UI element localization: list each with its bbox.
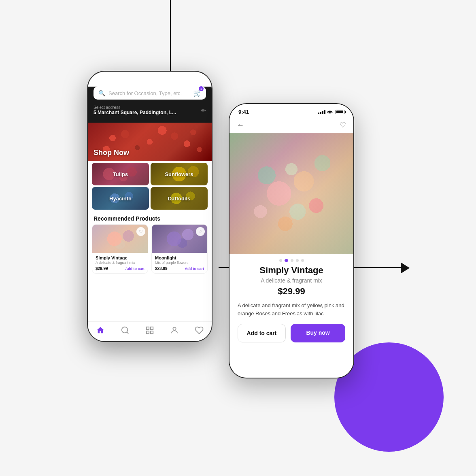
product-footer-moonlight: $23.99 Add to cart xyxy=(155,266,204,271)
wifi-icon-2 xyxy=(327,110,333,114)
signal-icon-2 xyxy=(318,110,325,114)
svg-rect-4 xyxy=(147,331,149,334)
product-card-simply-vintage[interactable]: ♡ Simply Vintage A delicate & fragrant m… xyxy=(92,224,148,274)
nav-favorites-button[interactable] xyxy=(195,326,204,335)
address-value[interactable]: 5 Marchant Square, Paddington, L... xyxy=(94,110,176,115)
category-daffodils[interactable]: Daffodils xyxy=(151,187,208,210)
phone1-header: 🔍 Search for Occasion, Type, etc. 🛒 1 Se… xyxy=(88,87,212,123)
phone1-status-bar: 9:41 ▾ xyxy=(88,72,212,85)
cart-badge: 1 xyxy=(199,86,204,91)
buy-now-button[interactable]: Buy now xyxy=(291,324,345,342)
product-footer-simply-vintage: $29.99 Add to cart xyxy=(96,266,144,271)
shop-now-button[interactable]: Shop Now xyxy=(94,149,129,157)
product-desc-moonlight: Mix of purple flowers xyxy=(155,261,204,265)
dot-5[interactable] xyxy=(301,259,304,262)
product-price-simply-vintage: $29.99 xyxy=(96,266,108,271)
product-card-moonlight[interactable]: ♡ Moonlight Mix of purple flowers $23.99… xyxy=(151,224,208,274)
search-icon: 🔍 xyxy=(98,90,105,96)
product-img-simply-vintage: ♡ xyxy=(92,225,148,253)
dot-1[interactable] xyxy=(279,259,282,262)
edit-icon[interactable]: ✏ xyxy=(201,107,206,114)
hero-banner[interactable]: Shop Now xyxy=(88,123,212,161)
nav-profile-button[interactable] xyxy=(170,326,179,335)
phone2: 9:41 ← ♡ xyxy=(229,103,354,378)
nav-home-button[interactable] xyxy=(96,326,105,335)
action-buttons: Add to cart Buy now xyxy=(230,324,353,342)
category-sunflowers-label: Sunflowers xyxy=(165,171,193,177)
favorite-moonlight-button[interactable]: ♡ xyxy=(196,227,205,236)
phone2-status-icons xyxy=(318,110,344,114)
svg-point-0 xyxy=(122,327,128,333)
product-desc-simply-vintage: A delicate & fragrant mix xyxy=(96,261,144,265)
svg-rect-2 xyxy=(147,327,149,329)
phone2-topbar: ← ♡ xyxy=(230,117,353,133)
phone2-status-bar: 9:41 xyxy=(230,104,353,117)
svg-line-1 xyxy=(127,332,128,334)
nav-grid-button[interactable] xyxy=(145,326,154,335)
category-daffodils-label: Daffodils xyxy=(168,196,191,202)
category-sunflowers[interactable]: Sunflowers xyxy=(151,163,208,185)
svg-rect-5 xyxy=(151,331,153,334)
product-detail-name: Simply Vintage xyxy=(238,265,345,276)
dot-2[interactable] xyxy=(285,259,288,262)
product-price-moonlight: $23.99 xyxy=(155,266,168,271)
svg-rect-3 xyxy=(151,327,153,329)
product-info-simply-vintage: Simply Vintage A delicate & fragrant mix… xyxy=(92,253,148,273)
battery-icon-2 xyxy=(336,110,344,114)
category-tulips[interactable]: Tulips xyxy=(92,163,149,185)
search-bar[interactable]: 🔍 Search for Occasion, Type, etc. 🛒 1 xyxy=(94,87,206,100)
signal-icon xyxy=(180,78,187,82)
phone1-time: 9:41 xyxy=(97,76,107,83)
svg-point-6 xyxy=(173,327,176,330)
address-bar: Select address 5 Marchant Square, Paddin… xyxy=(88,104,212,119)
dot-4[interactable] xyxy=(296,259,299,262)
dot-3[interactable] xyxy=(291,259,293,262)
add-cart-simply-vintage-button[interactable]: Add to cart xyxy=(125,267,144,271)
product-hero-image xyxy=(230,133,353,254)
search-input[interactable]: Search for Occasion, Type, etc. xyxy=(108,90,201,96)
product-img-moonlight: ♡ xyxy=(152,225,207,253)
section-title-recommended: Recommended Products xyxy=(88,211,212,224)
favorite-simply-vintage-button[interactable]: ♡ xyxy=(136,227,145,236)
phone2-time: 9:41 xyxy=(238,109,249,115)
address-label: Select address xyxy=(94,105,176,110)
battery-icon xyxy=(194,77,203,82)
product-name-simply-vintage: Simply Vintage xyxy=(96,255,144,260)
phone1-nav xyxy=(88,321,212,341)
phone1: 9:41 ▾ 🔍 Search for Occasion, Type, etc. xyxy=(87,71,212,342)
line-vertical xyxy=(170,0,171,77)
product-info-moonlight: Moonlight Mix of purple flowers $23.99 A… xyxy=(152,253,207,273)
category-tulips-label: Tulips xyxy=(113,171,128,177)
product-detail: Simply Vintage A delicate & fragrant mix… xyxy=(230,265,353,317)
add-cart-moonlight-button[interactable]: Add to cart xyxy=(185,267,204,271)
image-dots xyxy=(230,254,353,265)
category-hyacinth[interactable]: Hyacinth xyxy=(92,187,149,210)
product-name-moonlight: Moonlight xyxy=(155,255,204,260)
wifi-icon: ▾ xyxy=(189,77,191,82)
nav-search-button[interactable] xyxy=(121,326,130,335)
add-to-cart-button[interactable]: Add to cart xyxy=(238,324,286,342)
favorite-button[interactable]: ♡ xyxy=(340,121,346,130)
product-detail-description: A delicate and fragrant mix of yellow, p… xyxy=(238,302,345,317)
category-grid: Tulips Sunflowers Hyacinth Daffodils xyxy=(88,161,212,211)
product-detail-price: $29.99 xyxy=(238,286,345,297)
products-row: ♡ Simply Vintage A delicate & fragrant m… xyxy=(88,224,212,274)
category-hyacinth-label: Hyacinth xyxy=(109,196,132,202)
product-detail-subtitle: A delicate & fragrant mix xyxy=(238,277,345,284)
arrow-icon xyxy=(401,262,410,274)
back-button[interactable]: ← xyxy=(237,121,244,130)
phone1-status-icons: ▾ xyxy=(180,77,203,82)
cart-button[interactable]: 🛒 1 xyxy=(193,89,202,98)
